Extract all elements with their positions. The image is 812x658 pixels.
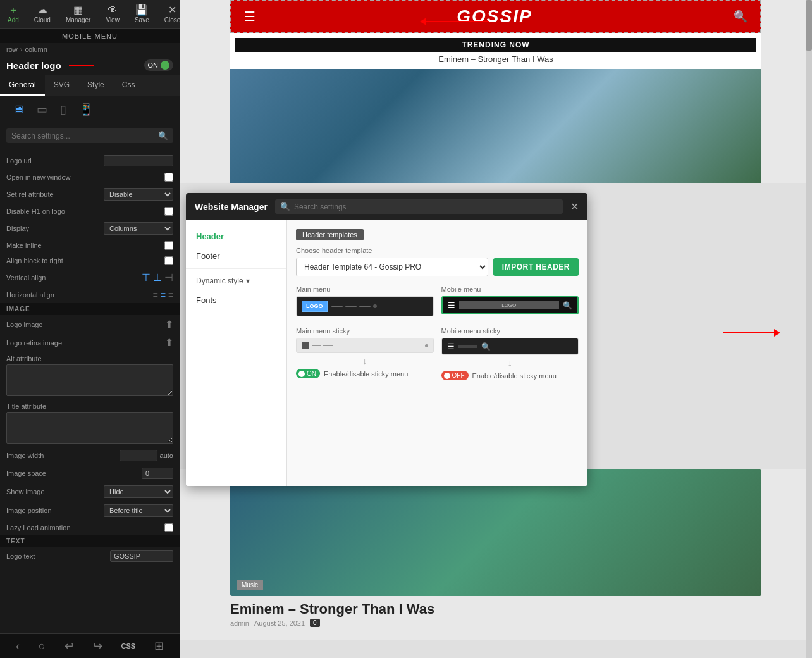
open-new-window-checkbox[interactable] [164, 173, 173, 182]
sticky-main-preview [297, 338, 433, 352]
tablet-portrait-icon[interactable]: ▯ [60, 102, 66, 116]
logo-retina-upload-icon[interactable]: ⬆ [165, 337, 173, 349]
tab-svg[interactable]: SVG [45, 75, 78, 96]
sticky-mobile-hamburger-icon: ☰ [447, 342, 455, 351]
sidebar-dynamic-style[interactable]: Dynamic style ▾ [186, 271, 286, 290]
lazy-load-checkbox[interactable] [164, 523, 173, 532]
halign-right-icon[interactable]: ≡ [168, 290, 173, 300]
css-button[interactable]: CSS [121, 642, 135, 650]
alt-attribute-textarea[interactable] [6, 364, 173, 396]
close-button[interactable]: ✕ Close [158, 3, 180, 26]
show-image-row: Show image Hide Show [0, 482, 180, 501]
red-arrow-mobile-menu [723, 329, 780, 337]
image-width-label: Image width [6, 452, 44, 459]
import-header-button[interactable]: IMPORT HEADER [493, 258, 579, 276]
show-image-select[interactable]: Hide Show [104, 485, 173, 498]
image-space-input[interactable] [142, 468, 173, 479]
image-width-row: Image width auto [0, 447, 180, 464]
template-select[interactable]: Header Template 64 - Gossip PRO [296, 258, 488, 276]
title-attribute-textarea[interactable] [6, 412, 173, 444]
display-row: Display Columns Rows [0, 219, 180, 238]
header-logo-toggle[interactable]: ON [144, 59, 174, 71]
main-menu-sticky-label: Main menu sticky [296, 327, 434, 335]
make-inline-checkbox[interactable] [164, 241, 173, 250]
tab-style[interactable]: Style [78, 75, 113, 96]
main-menu-preview: LOGO [297, 297, 433, 316]
tablet-landscape-icon[interactable]: ▭ [37, 102, 47, 116]
set-rel-select[interactable]: Disable nofollow [104, 188, 173, 201]
logo-url-input[interactable] [104, 155, 173, 166]
sidebar-item-fonts[interactable]: Fonts [186, 290, 286, 310]
title-attribute-row: Title attribute [0, 399, 180, 447]
back-button[interactable]: ‹ [16, 640, 20, 653]
toolbar: ＋ Add ☁ Cloud ▦ Manager 👁 View 💾 Save ✕ … [0, 0, 180, 29]
modal-close-button[interactable]: ✕ [570, 201, 579, 213]
cloud-button[interactable]: ☁ Cloud [28, 3, 57, 26]
sticky-lines [312, 345, 333, 346]
lazy-load-label: Lazy Load animation [6, 524, 71, 531]
valign-bottom-icon[interactable]: ⊣ [164, 271, 173, 283]
breadcrumb: row › column [0, 43, 180, 56]
post-date: August 25, 2021 [254, 619, 305, 627]
tab-css[interactable]: Css [113, 75, 144, 96]
template-select-row: Header Template 64 - Gossip PRO IMPORT H… [296, 258, 579, 276]
trending-badge: TRENDING NOW [235, 38, 756, 52]
add-button[interactable]: ＋ Add [1, 3, 25, 26]
image-position-row: Image position Before title After title [0, 501, 180, 520]
redo-button[interactable]: ↪ [93, 639, 102, 653]
logo-image-row: Logo image ⬆ [0, 315, 180, 333]
right-scrollbar[interactable] [806, 0, 812, 658]
scrollbar-thumb[interactable] [806, 0, 812, 51]
image-position-select[interactable]: Before title After title [104, 504, 173, 517]
bottom-toolbar: ‹ ○ ↩ ↪ CSS ⊞ [0, 633, 180, 658]
logo-image-upload-icon[interactable]: ⬆ [165, 318, 173, 330]
valign-top-icon[interactable]: ⊤ [142, 271, 151, 283]
desktop-icon[interactable]: 🖥 [13, 103, 24, 116]
mobile-menu-preview: ☰ LOGO 🔍 [443, 297, 578, 313]
home-button[interactable]: ○ [39, 640, 46, 653]
mobile-menu-section: Mobile menu ☰ LOGO 🔍 [441, 285, 579, 320]
disable-h1-checkbox[interactable] [164, 207, 173, 216]
align-block-checkbox[interactable] [164, 256, 173, 265]
mobile-icon[interactable]: 📱 [79, 102, 93, 116]
logo-text-input[interactable] [110, 550, 173, 562]
modal-search-input[interactable] [294, 202, 558, 211]
sidebar-item-header[interactable]: Header [186, 227, 286, 246]
red-arrow-header [420, 18, 489, 25]
toggle-off-dot [444, 373, 450, 379]
save-button[interactable]: 💾 Save [128, 3, 156, 26]
choose-template-label: Choose header template [296, 247, 579, 254]
display-select[interactable]: Columns Rows [104, 222, 173, 235]
mobile-menu-preview-box[interactable]: ☰ LOGO 🔍 [441, 296, 579, 314]
tab-general[interactable]: General [0, 75, 45, 96]
logo-text-row: Logo text [0, 547, 180, 565]
modal-search-icon: 🔍 [280, 202, 290, 211]
grid-button[interactable]: ⊞ [154, 639, 164, 653]
view-button[interactable]: 👁 View [99, 3, 126, 26]
main-sticky-toggle[interactable]: ON [296, 369, 320, 378]
image-width-input[interactable] [120, 450, 157, 461]
main-menu-logo: LOGO [302, 301, 328, 312]
search-input[interactable] [11, 132, 158, 140]
main-menu-sticky-box[interactable] [296, 338, 434, 353]
main-menu-preview-box[interactable]: LOGO [296, 296, 434, 316]
image-space-row: Image space [0, 464, 180, 482]
modal-title: Website Manager [195, 202, 268, 212]
manager-button[interactable]: ▦ Manager [59, 3, 97, 26]
set-rel-row: Set rel attribute Disable nofollow [0, 185, 180, 204]
mobile-menu-sticky-box[interactable]: ☰ 🔍 [441, 338, 579, 355]
sidebar-item-footer[interactable]: Footer [186, 246, 286, 266]
valign-middle-icon[interactable]: ⊥ [153, 271, 162, 283]
halign-left-icon[interactable]: ≡ [152, 290, 157, 300]
trending-bar: TRENDING NOW Eminem – Stronger Than I Wa… [230, 33, 761, 69]
right-area: ☰ GOSSIP 🔍 TRENDING NOW Eminem – Stronge… [180, 0, 812, 658]
search-icon: 🔍 [158, 131, 168, 140]
alt-attribute-row: Alt attribute [0, 352, 180, 399]
toggle-on-dot [298, 371, 305, 377]
sticky-dot [425, 344, 428, 347]
mobile-sticky-toggle[interactable]: OFF [441, 371, 469, 380]
halign-center-icon[interactable]: ≡ [161, 290, 166, 300]
undo-button[interactable]: ↩ [65, 639, 74, 653]
enable-sticky-label: Enable/disable sticky menu [324, 370, 408, 378]
red-arrow-line-1 [426, 21, 489, 22]
